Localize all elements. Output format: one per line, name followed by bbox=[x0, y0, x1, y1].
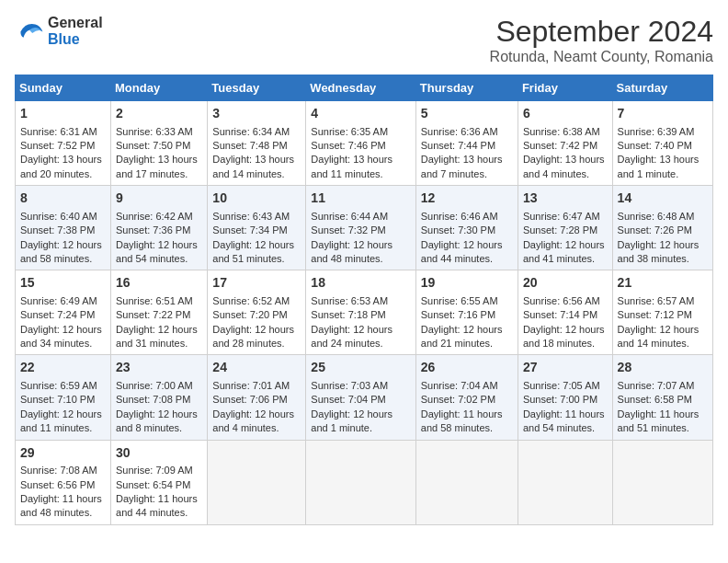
table-row: 20Sunrise: 6:56 AMSunset: 7:14 PMDayligh… bbox=[518, 270, 612, 355]
table-row: 24Sunrise: 7:01 AMSunset: 7:06 PMDayligh… bbox=[208, 355, 306, 440]
table-row: 1Sunrise: 6:31 AMSunset: 7:52 PMDaylight… bbox=[16, 101, 111, 186]
table-row: 23Sunrise: 7:00 AMSunset: 7:08 PMDayligh… bbox=[111, 355, 208, 440]
col-sunday: Sunday bbox=[16, 75, 111, 101]
week-row-5: 29Sunrise: 7:08 AMSunset: 6:56 PMDayligh… bbox=[16, 440, 713, 524]
table-row: 8Sunrise: 6:40 AMSunset: 7:38 PMDaylight… bbox=[16, 186, 111, 270]
col-thursday: Thursday bbox=[415, 75, 518, 101]
logo: General Blue bbox=[15, 15, 103, 48]
table-row bbox=[518, 440, 612, 524]
table-row: 5Sunrise: 6:36 AMSunset: 7:44 PMDaylight… bbox=[415, 101, 518, 186]
table-row: 21Sunrise: 6:57 AMSunset: 7:12 PMDayligh… bbox=[612, 270, 712, 355]
table-row: 11Sunrise: 6:44 AMSunset: 7:32 PMDayligh… bbox=[306, 186, 415, 270]
header-row: Sunday Monday Tuesday Wednesday Thursday… bbox=[16, 75, 713, 101]
col-tuesday: Tuesday bbox=[208, 75, 306, 101]
table-row bbox=[306, 440, 415, 524]
title-section: September 2024 Rotunda, Neamt County, Ro… bbox=[490, 15, 713, 65]
table-row: 27Sunrise: 7:05 AMSunset: 7:00 PMDayligh… bbox=[518, 355, 612, 440]
table-row: 28Sunrise: 7:07 AMSunset: 6:58 PMDayligh… bbox=[612, 355, 712, 440]
table-row: 29Sunrise: 7:08 AMSunset: 6:56 PMDayligh… bbox=[16, 440, 111, 524]
table-row: 10Sunrise: 6:43 AMSunset: 7:34 PMDayligh… bbox=[208, 186, 306, 270]
table-row: 7Sunrise: 6:39 AMSunset: 7:40 PMDaylight… bbox=[612, 101, 712, 186]
page-header: General Blue September 2024 Rotunda, Nea… bbox=[15, 15, 713, 65]
table-row bbox=[612, 440, 712, 524]
table-row: 26Sunrise: 7:04 AMSunset: 7:02 PMDayligh… bbox=[415, 355, 518, 440]
table-row: 25Sunrise: 7:03 AMSunset: 7:04 PMDayligh… bbox=[306, 355, 415, 440]
table-row: 22Sunrise: 6:59 AMSunset: 7:10 PMDayligh… bbox=[16, 355, 111, 440]
table-row: 12Sunrise: 6:46 AMSunset: 7:30 PMDayligh… bbox=[415, 186, 518, 270]
table-row: 19Sunrise: 6:55 AMSunset: 7:16 PMDayligh… bbox=[415, 270, 518, 355]
table-row: 17Sunrise: 6:52 AMSunset: 7:20 PMDayligh… bbox=[208, 270, 306, 355]
week-row-4: 22Sunrise: 6:59 AMSunset: 7:10 PMDayligh… bbox=[16, 355, 713, 440]
table-row: 13Sunrise: 6:47 AMSunset: 7:28 PMDayligh… bbox=[518, 186, 612, 270]
table-row: 6Sunrise: 6:38 AMSunset: 7:42 PMDaylight… bbox=[518, 101, 612, 186]
page-subtitle: Rotunda, Neamt County, Romania bbox=[490, 49, 713, 65]
week-row-2: 8Sunrise: 6:40 AMSunset: 7:38 PMDaylight… bbox=[16, 186, 713, 270]
table-row bbox=[415, 440, 518, 524]
week-row-3: 15Sunrise: 6:49 AMSunset: 7:24 PMDayligh… bbox=[16, 270, 713, 355]
table-row: 3Sunrise: 6:34 AMSunset: 7:48 PMDaylight… bbox=[208, 101, 306, 186]
logo-icon bbox=[15, 18, 44, 44]
table-row: 14Sunrise: 6:48 AMSunset: 7:26 PMDayligh… bbox=[612, 186, 712, 270]
logo-text: General Blue bbox=[48, 15, 103, 48]
table-row: 4Sunrise: 6:35 AMSunset: 7:46 PMDaylight… bbox=[306, 101, 415, 186]
calendar-table: Sunday Monday Tuesday Wednesday Thursday… bbox=[15, 75, 713, 525]
col-saturday: Saturday bbox=[612, 75, 712, 101]
table-row: 30Sunrise: 7:09 AMSunset: 6:54 PMDayligh… bbox=[111, 440, 208, 524]
page-title: September 2024 bbox=[490, 15, 713, 49]
table-row: 18Sunrise: 6:53 AMSunset: 7:18 PMDayligh… bbox=[306, 270, 415, 355]
table-row: 9Sunrise: 6:42 AMSunset: 7:36 PMDaylight… bbox=[111, 186, 208, 270]
table-row: 15Sunrise: 6:49 AMSunset: 7:24 PMDayligh… bbox=[16, 270, 111, 355]
table-row bbox=[208, 440, 306, 524]
week-row-1: 1Sunrise: 6:31 AMSunset: 7:52 PMDaylight… bbox=[16, 101, 713, 186]
table-row: 16Sunrise: 6:51 AMSunset: 7:22 PMDayligh… bbox=[111, 270, 208, 355]
col-monday: Monday bbox=[111, 75, 208, 101]
col-wednesday: Wednesday bbox=[306, 75, 415, 101]
table-row: 2Sunrise: 6:33 AMSunset: 7:50 PMDaylight… bbox=[111, 101, 208, 186]
col-friday: Friday bbox=[518, 75, 612, 101]
